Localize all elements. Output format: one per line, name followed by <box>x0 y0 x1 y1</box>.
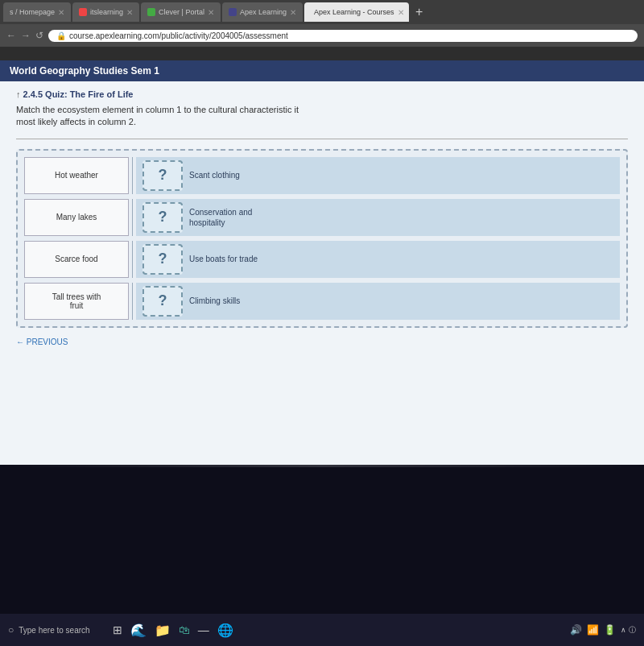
quiz-title: ↑ 2.4.5 Quiz: The Fire of Life <box>16 89 628 99</box>
tab-close-clever[interactable]: ✕ <box>208 8 214 17</box>
col-divider <box>132 283 133 320</box>
itslearning-icon <box>79 8 87 16</box>
question-mark: ? <box>159 209 167 226</box>
url-bar[interactable]: 🔒 course.apexlearning.com/public/activit… <box>48 30 638 42</box>
question-mark: ? <box>159 167 167 184</box>
tab-clever[interactable]: Clever | Portal ✕ <box>141 2 221 22</box>
tab-label: Apex Learning <box>240 8 287 16</box>
col2-area-row2: ? Conservation and hospitality <box>136 199 620 236</box>
black-section: ○ Type here to search ⊞ 🌊 📁 🛍 — 🌐 🔊 📶 🔋 … <box>0 465 644 646</box>
col-divider <box>132 199 133 236</box>
apex1-icon <box>229 8 237 16</box>
clever-icon <box>147 8 155 16</box>
instruction-line2: most likely affects in column 2. <box>16 117 136 126</box>
col1-scarce-food: Scarce food <box>24 241 129 278</box>
folder-icon[interactable]: 📁 <box>155 623 171 638</box>
system-time: ∧ ⓘ <box>621 625 636 636</box>
tab-label: Apex Learning - Courses <box>314 8 394 16</box>
store-icon[interactable]: 🛍 <box>179 623 190 636</box>
taskbar-icons: ⊞ 🌊 📁 🛍 — 🌐 <box>113 623 233 638</box>
question-box-row2[interactable]: ? <box>142 202 183 233</box>
tab-close-itslearning[interactable]: ✕ <box>126 8 133 17</box>
col2-scant-clothing: Scant clothing <box>189 170 240 180</box>
col1-label: Many lakes <box>56 213 97 222</box>
col-divider <box>132 157 133 194</box>
quiz-instruction: Match the ecosystem element in column 1 … <box>16 104 628 129</box>
col1-label: Tall trees with fruit <box>52 292 101 310</box>
edge-icon[interactable]: 🌊 <box>130 623 147 638</box>
table-row: Scarce food ? Use boats for trade <box>24 241 620 278</box>
col2-conservation: Conservation and hospitality <box>189 207 252 228</box>
col2-area-row4: ? Climbing skills <box>136 283 620 320</box>
quiz-title-text: 2.4.5 Quiz: The Fire of Life <box>23 89 134 99</box>
app-title: World Geography Studies Sem 1 <box>10 65 159 77</box>
taskbar: ○ Type here to search ⊞ 🌊 📁 🛍 — 🌐 🔊 📶 🔋 … <box>0 614 644 646</box>
url-text: course.apexlearning.com/public/activity/… <box>69 31 288 40</box>
tab-homepage[interactable]: s / Homepage ✕ <box>3 2 71 22</box>
chrome-icon[interactable]: 🌐 <box>217 623 233 638</box>
tab-label: itslearning <box>90 8 123 16</box>
browser-chrome: s / Homepage ✕ itslearning ✕ Clever | Po… <box>0 0 644 60</box>
col-divider <box>132 241 133 278</box>
taskbar-right: 🔊 📶 🔋 ∧ ⓘ <box>570 624 636 636</box>
app-window: World Geography Studies Sem 1 ↑ 2.4.5 Qu… <box>0 60 644 465</box>
previous-label: ← PREVIOUS <box>16 337 68 346</box>
col2-boats: Use boats for trade <box>189 254 258 264</box>
match-table: Hot weather ? Scant clothing Many lakes <box>16 149 628 328</box>
minus-icon[interactable]: — <box>198 623 209 636</box>
tab-itslearning[interactable]: itslearning ✕ <box>72 2 139 22</box>
search-icon: ○ <box>8 624 14 636</box>
tab-apex-learning[interactable]: Apex Learning ✕ <box>222 2 303 22</box>
screen-glare <box>0 465 644 467</box>
battery-icon[interactable]: 🔋 <box>604 624 616 636</box>
table-row: Hot weather ? Scant clothing <box>24 157 620 194</box>
previous-button[interactable]: ← PREVIOUS <box>16 337 628 346</box>
tab-apex-courses[interactable]: Apex Learning - Courses ✕ <box>304 2 409 22</box>
tab-close-apex[interactable]: ✕ <box>290 8 296 17</box>
col1-label: Hot weather <box>55 171 98 180</box>
instruction-line1: Match the ecosystem element in column 1 … <box>16 105 299 114</box>
add-tab-button[interactable]: + <box>411 5 427 19</box>
reload-button[interactable]: ↺ <box>35 30 43 41</box>
question-box-row4[interactable]: ? <box>142 286 183 317</box>
task-view-icon[interactable]: ⊞ <box>113 623 122 636</box>
tab-close-homepage[interactable]: ✕ <box>58 8 64 17</box>
col1-hot-weather: Hot weather <box>24 157 129 194</box>
tab-close-apex-courses[interactable]: ✕ <box>398 8 404 17</box>
back-button[interactable]: ← <box>6 30 16 41</box>
col2-area-row3: ? Use boats for trade <box>136 241 620 278</box>
table-row: Tall trees with fruit ? Climbing skills <box>24 283 620 320</box>
app-header: World Geography Studies Sem 1 <box>0 60 644 81</box>
question-mark: ? <box>159 292 167 309</box>
lock-icon: 🔒 <box>56 31 66 40</box>
wifi-icon[interactable]: 📶 <box>587 624 599 636</box>
divider <box>16 139 628 139</box>
col1-many-lakes: Many lakes <box>24 199 129 236</box>
volume-icon[interactable]: 🔊 <box>570 624 582 636</box>
tab-label: s / Homepage <box>10 8 55 16</box>
table-row: Many lakes ? Conservation and hospitalit… <box>24 199 620 236</box>
col1-label: Scarce food <box>55 255 97 263</box>
tab-bar: s / Homepage ✕ itslearning ✕ Clever | Po… <box>0 0 644 24</box>
col1-tall-trees: Tall trees with fruit <box>24 283 129 320</box>
taskbar-search-label[interactable]: Type here to search <box>19 626 89 635</box>
question-mark: ? <box>159 251 167 267</box>
quiz-container: ↑ 2.4.5 Quiz: The Fire of Life Match the… <box>0 81 644 354</box>
tab-label: Clever | Portal <box>159 8 204 16</box>
question-box-row1[interactable]: ? <box>142 160 183 191</box>
col2-climbing: Climbing skills <box>189 296 240 306</box>
question-box-row3[interactable]: ? <box>142 244 183 275</box>
forward-button[interactable]: → <box>21 30 31 41</box>
taskbar-search-area: ○ Type here to search <box>8 624 90 636</box>
col2-area-row1: ? Scant clothing <box>136 157 620 194</box>
address-bar: ← → ↺ 🔒 course.apexlearning.com/public/a… <box>0 24 644 47</box>
